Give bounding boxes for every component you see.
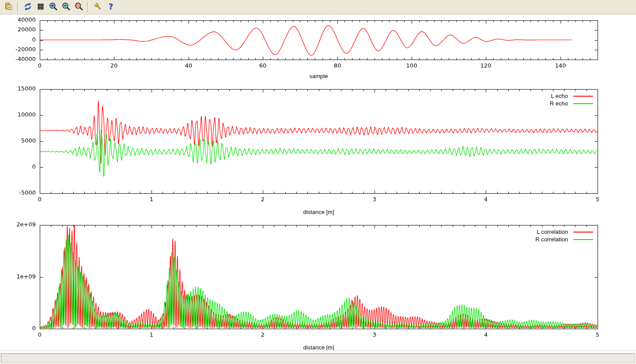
help-button[interactable]: ? — [105, 1, 117, 13]
r-correlation-legend-keyline — [573, 239, 593, 240]
status-bar — [0, 350, 636, 364]
l-correlation-legend-keyline — [573, 232, 593, 233]
toggle-grid-button[interactable] — [34, 1, 46, 13]
clipboard-chart-icon — [4, 2, 13, 12]
zoom-fit-icon — [75, 2, 83, 12]
legend-entry: R correlation — [535, 236, 593, 243]
l-echo-legend-label: L echo — [551, 93, 568, 99]
zoom-previous-button[interactable] — [47, 1, 59, 13]
configure-button[interactable] — [92, 1, 104, 13]
excitation-xaxis-title: sample — [40, 73, 598, 79]
legend-entry: L correlation — [537, 228, 593, 236]
grid-icon — [36, 2, 45, 12]
replot-button[interactable] — [22, 1, 34, 13]
copy-plot-button[interactable] — [3, 1, 15, 13]
toolbar: ? — [0, 0, 636, 15]
r-echo-legend-keyline — [573, 103, 593, 104]
svg-text:?: ? — [109, 2, 113, 11]
echo-legend: L echo R echo — [550, 92, 593, 107]
refresh-icon — [23, 2, 32, 12]
autoscale-button[interactable] — [73, 1, 85, 13]
correlation-xaxis-title: distance [m] — [40, 344, 598, 351]
toolbar-separator — [87, 2, 89, 12]
plot-canvas[interactable] — [0, 0, 636, 351]
zoom-back-icon — [49, 2, 58, 12]
zoom-forward-icon — [62, 2, 71, 12]
question-mark-icon: ? — [106, 2, 115, 12]
toolbar-separator — [17, 2, 19, 12]
correlation-legend: L correlation R correlation — [535, 228, 593, 243]
l-correlation-legend-label: L correlation — [537, 229, 568, 235]
legend-entry: R echo — [550, 100, 593, 107]
zoom-next-button[interactable] — [60, 1, 72, 13]
status-panel — [1, 353, 635, 363]
r-correlation-legend-label: R correlation — [535, 236, 568, 243]
wrench-icon — [94, 2, 102, 12]
l-echo-legend-keyline — [573, 96, 593, 97]
r-echo-legend-label: R echo — [550, 100, 568, 107]
echo-xaxis-title: distance [m] — [40, 209, 598, 215]
legend-entry: L echo — [551, 92, 593, 100]
